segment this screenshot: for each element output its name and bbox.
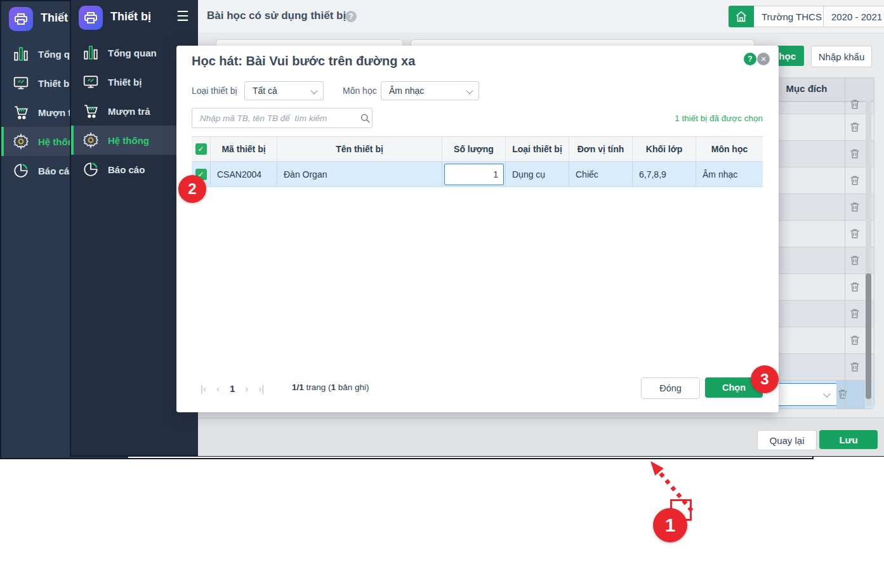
trash-icon[interactable] bbox=[848, 173, 861, 190]
tutorial-composite: Thiết bị Tổng quan Thiết bị Mượn trả Hệ … bbox=[0, 0, 884, 588]
trash-icon[interactable] bbox=[848, 333, 861, 350]
subject-select[interactable]: Âm nhạc bbox=[381, 81, 479, 100]
trash-icon[interactable] bbox=[836, 387, 865, 403]
fg-sidebar-header: Thiết bị ☰ bbox=[71, 0, 198, 36]
column-header: Đơn vị tính bbox=[569, 137, 633, 161]
device-code: CSAN2004 bbox=[211, 162, 277, 186]
save-button[interactable]: Lưu bbox=[819, 430, 878, 449]
search-input[interactable] bbox=[192, 108, 373, 128]
fg-top-bar: Bài học có sử dụng thiết bị ? Trường THC… bbox=[198, 0, 884, 34]
modal-close-icon[interactable]: ✕ bbox=[757, 53, 770, 65]
fg-app-title: Thiết bị bbox=[110, 10, 151, 23]
subject-label: Môn học bbox=[343, 86, 377, 96]
printer-app-icon bbox=[79, 6, 103, 30]
school-year-select[interactable]: 2020 - 2021 bbox=[823, 6, 884, 27]
modal-help-icon[interactable]: ? bbox=[744, 53, 756, 65]
modal-title: Học hát: Bài Vui bước trên đường xa bbox=[192, 54, 415, 69]
pie-chart-icon bbox=[13, 162, 29, 179]
monitor-icon bbox=[13, 75, 29, 91]
column-header: Khối lớp bbox=[633, 137, 696, 161]
menu-icon[interactable]: ☰ bbox=[176, 8, 189, 25]
cart-icon bbox=[13, 104, 29, 121]
page-first-button[interactable]: |‹ bbox=[201, 383, 206, 394]
device-type-select[interactable]: Tất cả bbox=[244, 81, 324, 100]
device-unit: Chiếc bbox=[569, 162, 633, 186]
trash-icon[interactable] bbox=[848, 253, 861, 270]
gear-icon bbox=[82, 132, 99, 148]
page-next-button[interactable]: › bbox=[245, 383, 248, 394]
page-help-icon[interactable]: ? bbox=[345, 11, 357, 22]
page-prev-button[interactable]: ‹ bbox=[216, 383, 220, 394]
pagination-info: 1/1 trang (1 bản ghi) bbox=[292, 382, 369, 392]
column-header: Môn học bbox=[696, 137, 763, 161]
purpose-column-header: Mục đích bbox=[769, 83, 845, 94]
trash-icon[interactable] bbox=[848, 97, 861, 114]
trash-icon[interactable] bbox=[848, 147, 861, 163]
pagination: |‹ ‹ 1 › ›| bbox=[201, 379, 274, 397]
column-divider bbox=[845, 78, 845, 408]
column-header: Loại thiết bị bbox=[506, 137, 569, 161]
gear-icon bbox=[13, 133, 29, 150]
trash-icon[interactable] bbox=[848, 120, 861, 136]
step-3-badge: 3 bbox=[751, 365, 779, 393]
trash-icon[interactable] bbox=[848, 360, 861, 376]
trash-icon[interactable] bbox=[848, 306, 861, 323]
trash-icon[interactable] bbox=[848, 200, 861, 216]
printer-app-icon bbox=[9, 7, 33, 31]
column-header: Số lượng bbox=[442, 137, 506, 161]
fg-table-scrollbar-thumb[interactable] bbox=[866, 273, 871, 399]
page-current[interactable]: 1 bbox=[230, 383, 235, 394]
dotted-arrow bbox=[638, 454, 701, 517]
device-name: Đàn Organ bbox=[277, 162, 442, 186]
modal-table-header: Mã thiết bị Tên thiết bị Số lượng Loại t… bbox=[192, 136, 763, 162]
step-1-badge: 1 bbox=[653, 508, 687, 542]
device-picker-modal: Học hát: Bài Vui bước trên đường xa ? ✕ … bbox=[176, 46, 779, 412]
column-header: Tên thiết bị bbox=[277, 137, 442, 161]
step-2-badge: 2 bbox=[178, 175, 206, 203]
device-type-label: Loại thiết bị bbox=[192, 86, 237, 96]
device-type: Dụng cụ bbox=[506, 162, 569, 186]
selected-count-note: 1 thiết bị đã được chọn bbox=[675, 114, 763, 123]
bar-chart-icon bbox=[82, 44, 99, 61]
back-button[interactable]: Quay lại bbox=[757, 430, 817, 450]
pie-chart-icon bbox=[82, 161, 99, 178]
column-header: Mã thiết bị bbox=[211, 137, 277, 161]
chevron-down-icon bbox=[823, 390, 830, 397]
cart-icon bbox=[82, 103, 99, 119]
modal-device-table: Mã thiết bị Tên thiết bị Số lượng Loại t… bbox=[192, 136, 763, 187]
trash-cell bbox=[836, 381, 865, 408]
quantity-input[interactable] bbox=[444, 164, 504, 185]
page-last-button[interactable]: ›| bbox=[258, 383, 264, 394]
chevron-down-icon bbox=[310, 87, 317, 94]
search-icon[interactable] bbox=[360, 113, 371, 126]
close-button[interactable]: Đóng bbox=[641, 377, 700, 399]
trash-icon[interactable] bbox=[848, 226, 861, 243]
chevron-down-icon bbox=[466, 87, 473, 94]
home-icon bbox=[729, 6, 754, 27]
device-row-selected[interactable]: CSAN2004 Đàn Organ Dụng cụ Chiếc 6,7,8,9… bbox=[192, 162, 763, 187]
trash-icon[interactable] bbox=[848, 280, 861, 296]
select-all-checkbox[interactable] bbox=[195, 143, 207, 155]
monitor-icon bbox=[82, 74, 99, 90]
device-grades: 6,7,8,9 bbox=[633, 162, 696, 186]
import-button[interactable]: Nhập khẩu bbox=[811, 46, 872, 67]
fg-footer: Quay lại Lưu bbox=[198, 417, 884, 456]
page-title: Bài học có sử dụng thiết bị bbox=[207, 10, 346, 22]
device-subject: Âm nhạc bbox=[696, 162, 763, 186]
bar-chart-icon bbox=[13, 46, 29, 62]
